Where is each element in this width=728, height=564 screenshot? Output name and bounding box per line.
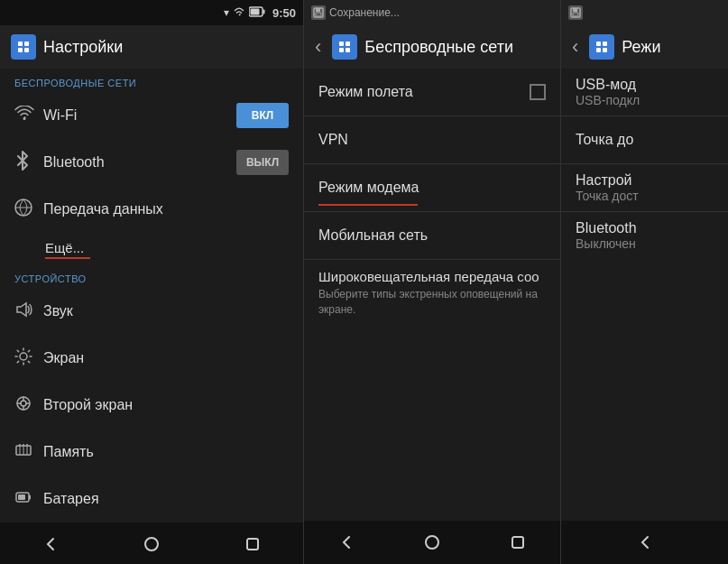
mobile-item[interactable]: Мобильная сеть (304, 212, 560, 259)
svg-point-32 (426, 536, 438, 549)
usb-modem-content: USB-мод USB-подкл (576, 77, 714, 107)
settings-partial-item[interactable]: Настрой Точка дост (561, 164, 728, 211)
settings-partial-title: Настрой (576, 172, 714, 189)
modem-label: Режим модема (318, 180, 546, 196)
second-display-icon (14, 394, 43, 417)
hotspot-content: Точка до (576, 132, 714, 148)
svg-rect-27 (316, 13, 321, 16)
battery-item-icon (14, 488, 43, 511)
panel-mode: ‹ Режи USB-мод USB-подкл Точка до Настро… (561, 0, 728, 564)
bluetooth-partial-content: Bluetooth Выключен (576, 220, 714, 251)
svg-rect-35 (573, 8, 577, 12)
svg-rect-22 (18, 495, 25, 500)
svg-marker-9 (17, 303, 26, 316)
status-icons: ▾ 9:50 (224, 6, 296, 20)
display-label: Экран (43, 350, 289, 366)
broadcast-subtitle: Выберите типы экстренных оповещений на э… (318, 287, 546, 318)
svg-rect-30 (339, 48, 344, 52)
home-button-2[interactable] (410, 521, 454, 564)
svg-point-12 (21, 401, 26, 406)
hotspot-title: Точка до (576, 132, 714, 148)
wifi-icon (14, 106, 43, 126)
data-transfer-item[interactable]: Передача данных (0, 186, 303, 233)
wireless-title: Беспроводные сети (364, 38, 513, 57)
panel-settings: ▾ 9:50 (0, 0, 304, 564)
svg-rect-2 (250, 8, 259, 14)
settings-partial-subtitle: Точка дост (576, 189, 714, 203)
svg-rect-28 (339, 42, 344, 46)
memory-label: Память (43, 444, 289, 460)
bluetooth-partial-title: Bluetooth (576, 220, 714, 236)
modem-item[interactable]: Режим модема (304, 164, 560, 211)
svg-point-23 (145, 538, 158, 550)
more-label: Ещё... (45, 240, 289, 255)
battery-label: Батарея (43, 491, 289, 507)
svg-rect-31 (346, 48, 350, 52)
usb-modem-title: USB-мод (576, 77, 714, 93)
svg-rect-37 (596, 42, 601, 46)
svg-rect-21 (29, 495, 31, 499)
back-button-3[interactable] (623, 521, 667, 564)
sound-item[interactable]: Звук (0, 288, 303, 335)
time-display: 9:50 (272, 6, 296, 20)
svg-rect-29 (346, 42, 350, 46)
battery-status-icon (249, 6, 265, 20)
bluetooth-partial-subtitle: Выключен (576, 236, 714, 251)
bluetooth-label: Bluetooth (43, 154, 236, 171)
back-arrow-mode[interactable]: ‹ (572, 35, 578, 59)
broadcast-item[interactable]: Широковещательная передача соо Выберите … (304, 260, 560, 318)
broadcast-content: Широковещательная передача соо Выберите … (318, 269, 546, 318)
usb-modem-item[interactable]: USB-мод USB-подкл (561, 69, 728, 116)
back-button-2[interactable] (325, 521, 368, 564)
bluetooth-partial-item[interactable]: Bluetooth Выключен (561, 212, 728, 259)
save-icon (311, 5, 326, 20)
back-button-1[interactable] (29, 522, 72, 564)
recent-button-1[interactable] (231, 522, 274, 564)
app-bar-wireless: ‹ Беспроводные сети (304, 25, 560, 69)
bluetooth-toggle[interactable]: ВЫКЛ (236, 150, 289, 175)
vpn-label: VPN (318, 132, 546, 148)
settings-title: Настройки (43, 38, 123, 57)
wifi-label: Wi-Fi (43, 107, 236, 124)
nav-bar-3 (561, 521, 728, 564)
settings-app-icon (11, 34, 36, 60)
wifi-status-icon (233, 6, 245, 20)
saving-text: Сохранение... (329, 6, 400, 19)
memory-icon (14, 441, 43, 464)
svg-rect-4 (24, 42, 29, 46)
hotspot-item[interactable]: Точка до (561, 116, 728, 163)
saving-bar: Сохранение... (304, 0, 560, 25)
bluetooth-item[interactable]: Bluetooth ВЫКЛ (0, 139, 303, 186)
svg-rect-36 (573, 13, 578, 16)
save-icon-3 (568, 5, 583, 20)
back-arrow-wireless[interactable]: ‹ (315, 35, 321, 59)
data-icon (14, 199, 43, 221)
svg-rect-1 (263, 9, 264, 14)
app-bar-mode: ‹ Режи (561, 25, 728, 69)
bluetooth-icon (14, 151, 43, 175)
panel-wireless: Сохранение... ‹ Беспроводные сети Режим … (304, 0, 561, 564)
more-item[interactable]: Ещё... (0, 233, 303, 264)
home-button-1[interactable] (130, 522, 173, 564)
recent-button-2[interactable] (496, 521, 539, 564)
svg-rect-39 (596, 48, 601, 52)
battery-item[interactable]: Батарея (0, 476, 303, 522)
wifi-item[interactable]: Wi-Fi ВКЛ (0, 92, 303, 139)
svg-rect-5 (18, 48, 23, 52)
airplane-item[interactable]: Режим полета (304, 69, 560, 116)
second-display-item[interactable]: Второй экран (0, 382, 303, 429)
svg-rect-38 (603, 42, 607, 46)
second-display-label: Второй экран (43, 397, 289, 413)
vpn-item[interactable]: VPN (304, 116, 560, 163)
svg-point-7 (23, 117, 26, 120)
svg-rect-40 (603, 48, 607, 52)
display-item[interactable]: Экран (0, 335, 303, 382)
wifi-toggle[interactable]: ВКЛ (236, 103, 289, 128)
svg-rect-33 (512, 537, 523, 548)
airplane-checkbox[interactable] (530, 84, 546, 100)
svg-rect-6 (24, 48, 29, 52)
nav-bar-1 (0, 522, 303, 564)
data-label: Передача данных (43, 201, 289, 217)
memory-item[interactable]: Память (0, 429, 303, 476)
mode-app-icon (589, 34, 614, 60)
